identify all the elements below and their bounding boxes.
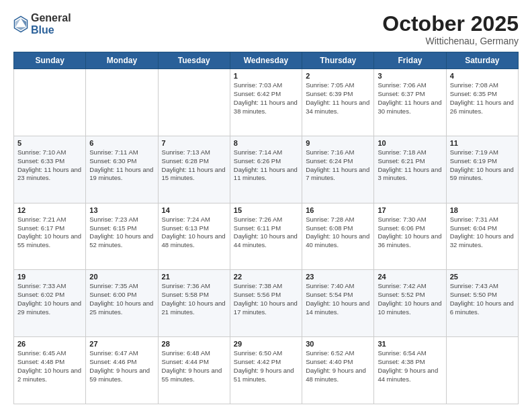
day-info: Sunrise: 7:38 AM Sunset: 5:56 PM Dayligh… xyxy=(234,282,298,316)
calendar-cell: 30Sunrise: 6:52 AM Sunset: 4:40 PM Dayli… xyxy=(302,337,374,404)
calendar-cell: 25Sunrise: 7:43 AM Sunset: 5:50 PM Dayli… xyxy=(446,270,518,337)
day-number: 30 xyxy=(306,340,370,348)
calendar-cell: 28Sunrise: 6:48 AM Sunset: 4:44 PM Dayli… xyxy=(158,337,230,404)
logo: General Blue xyxy=(13,12,71,36)
day-number: 16 xyxy=(306,206,370,214)
calendar-cell: 29Sunrise: 6:50 AM Sunset: 4:42 PM Dayli… xyxy=(230,337,302,404)
logo-text: General Blue xyxy=(31,12,71,36)
day-info: Sunrise: 7:18 AM Sunset: 6:21 PM Dayligh… xyxy=(378,148,442,183)
day-number: 17 xyxy=(378,206,442,214)
day-info: Sunrise: 7:06 AM Sunset: 6:37 PM Dayligh… xyxy=(378,81,442,116)
day-number: 1 xyxy=(234,72,298,80)
calendar-cell: 20Sunrise: 7:35 AM Sunset: 6:00 PM Dayli… xyxy=(86,270,158,337)
day-info: Sunrise: 6:48 AM Sunset: 4:44 PM Dayligh… xyxy=(162,349,226,383)
day-number: 24 xyxy=(378,273,442,281)
month-title: October 2025 xyxy=(382,12,519,36)
day-number: 4 xyxy=(450,72,515,80)
calendar-table: Sunday Monday Tuesday Wednesday Thursday… xyxy=(13,52,519,404)
calendar-week-4: 19Sunrise: 7:33 AM Sunset: 6:02 PM Dayli… xyxy=(14,270,519,337)
day-number: 2 xyxy=(306,72,370,80)
day-number: 26 xyxy=(17,340,82,348)
day-info: Sunrise: 7:21 AM Sunset: 6:17 PM Dayligh… xyxy=(17,216,82,250)
day-number: 27 xyxy=(89,340,154,348)
day-info: Sunrise: 7:31 AM Sunset: 6:04 PM Dayligh… xyxy=(450,216,515,250)
day-info: Sunrise: 7:05 AM Sunset: 6:39 PM Dayligh… xyxy=(306,81,370,116)
calendar-cell: 16Sunrise: 7:28 AM Sunset: 6:08 PM Dayli… xyxy=(302,203,374,270)
calendar-cell: 19Sunrise: 7:33 AM Sunset: 6:02 PM Dayli… xyxy=(14,270,86,337)
calendar-cell: 23Sunrise: 7:40 AM Sunset: 5:54 PM Dayli… xyxy=(302,270,374,337)
calendar-cell: 1Sunrise: 7:03 AM Sunset: 6:42 PM Daylig… xyxy=(230,69,302,136)
day-number: 18 xyxy=(450,206,515,214)
day-number: 15 xyxy=(234,206,298,214)
calendar-cell: 31Sunrise: 6:54 AM Sunset: 4:38 PM Dayli… xyxy=(374,337,446,404)
col-sunday: Sunday xyxy=(14,52,86,69)
col-wednesday: Wednesday xyxy=(230,52,302,69)
day-info: Sunrise: 7:26 AM Sunset: 6:11 PM Dayligh… xyxy=(234,216,298,250)
day-number: 3 xyxy=(378,72,442,80)
day-number: 20 xyxy=(89,273,154,281)
day-info: Sunrise: 7:10 AM Sunset: 6:33 PM Dayligh… xyxy=(17,148,82,183)
col-saturday: Saturday xyxy=(446,52,518,69)
header: General Blue October 2025 Wittichenau, G… xyxy=(13,12,519,46)
calendar-week-3: 12Sunrise: 7:21 AM Sunset: 6:17 PM Dayli… xyxy=(14,203,519,270)
col-friday: Friday xyxy=(374,52,446,69)
calendar-cell: 24Sunrise: 7:42 AM Sunset: 5:52 PM Dayli… xyxy=(374,270,446,337)
day-info: Sunrise: 7:11 AM Sunset: 6:30 PM Dayligh… xyxy=(89,148,154,183)
day-info: Sunrise: 7:03 AM Sunset: 6:42 PM Dayligh… xyxy=(234,81,298,116)
page: General Blue October 2025 Wittichenau, G… xyxy=(0,0,532,411)
day-number: 14 xyxy=(162,206,226,214)
day-info: Sunrise: 7:40 AM Sunset: 5:54 PM Dayligh… xyxy=(306,282,370,316)
calendar-header-row: Sunday Monday Tuesday Wednesday Thursday… xyxy=(14,52,519,69)
day-info: Sunrise: 7:16 AM Sunset: 6:24 PM Dayligh… xyxy=(306,148,370,183)
title-block: October 2025 Wittichenau, Germany xyxy=(382,12,519,46)
calendar-cell: 14Sunrise: 7:24 AM Sunset: 6:13 PM Dayli… xyxy=(158,203,230,270)
day-info: Sunrise: 7:13 AM Sunset: 6:28 PM Dayligh… xyxy=(162,148,226,183)
day-info: Sunrise: 7:36 AM Sunset: 5:58 PM Dayligh… xyxy=(162,282,226,316)
calendar-cell xyxy=(86,69,158,136)
calendar-cell: 26Sunrise: 6:45 AM Sunset: 4:48 PM Dayli… xyxy=(14,337,86,404)
day-number: 8 xyxy=(234,139,298,147)
day-number: 31 xyxy=(378,340,442,348)
day-info: Sunrise: 7:28 AM Sunset: 6:08 PM Dayligh… xyxy=(306,216,370,250)
calendar-cell: 9Sunrise: 7:16 AM Sunset: 6:24 PM Daylig… xyxy=(302,136,374,203)
calendar-cell: 6Sunrise: 7:11 AM Sunset: 6:30 PM Daylig… xyxy=(86,136,158,203)
day-info: Sunrise: 6:52 AM Sunset: 4:40 PM Dayligh… xyxy=(306,349,370,383)
day-info: Sunrise: 7:24 AM Sunset: 6:13 PM Dayligh… xyxy=(162,216,226,250)
calendar-cell: 7Sunrise: 7:13 AM Sunset: 6:28 PM Daylig… xyxy=(158,136,230,203)
calendar-cell: 11Sunrise: 7:19 AM Sunset: 6:19 PM Dayli… xyxy=(446,136,518,203)
day-info: Sunrise: 7:08 AM Sunset: 6:35 PM Dayligh… xyxy=(450,81,515,116)
day-info: Sunrise: 7:30 AM Sunset: 6:06 PM Dayligh… xyxy=(378,216,442,250)
day-info: Sunrise: 7:19 AM Sunset: 6:19 PM Dayligh… xyxy=(450,148,515,183)
calendar-cell xyxy=(14,69,86,136)
day-number: 23 xyxy=(306,273,370,281)
calendar-week-2: 5Sunrise: 7:10 AM Sunset: 6:33 PM Daylig… xyxy=(14,136,519,203)
day-number: 22 xyxy=(234,273,298,281)
day-info: Sunrise: 7:43 AM Sunset: 5:50 PM Dayligh… xyxy=(450,282,515,316)
calendar-cell: 18Sunrise: 7:31 AM Sunset: 6:04 PM Dayli… xyxy=(446,203,518,270)
col-monday: Monday xyxy=(86,52,158,69)
logo-icon xyxy=(13,15,28,34)
col-tuesday: Tuesday xyxy=(158,52,230,69)
calendar-cell: 2Sunrise: 7:05 AM Sunset: 6:39 PM Daylig… xyxy=(302,69,374,136)
day-info: Sunrise: 7:42 AM Sunset: 5:52 PM Dayligh… xyxy=(378,282,442,316)
day-number: 13 xyxy=(89,206,154,214)
day-number: 25 xyxy=(450,273,515,281)
day-info: Sunrise: 6:47 AM Sunset: 4:46 PM Dayligh… xyxy=(89,349,154,383)
calendar-cell: 22Sunrise: 7:38 AM Sunset: 5:56 PM Dayli… xyxy=(230,270,302,337)
calendar-cell: 3Sunrise: 7:06 AM Sunset: 6:37 PM Daylig… xyxy=(374,69,446,136)
logo-general-text: General xyxy=(31,12,71,24)
calendar-cell: 10Sunrise: 7:18 AM Sunset: 6:21 PM Dayli… xyxy=(374,136,446,203)
day-number: 6 xyxy=(89,139,154,147)
day-number: 7 xyxy=(162,139,226,147)
day-number: 12 xyxy=(17,206,82,214)
day-number: 19 xyxy=(17,273,82,281)
day-info: Sunrise: 6:54 AM Sunset: 4:38 PM Dayligh… xyxy=(378,349,442,383)
calendar-cell: 8Sunrise: 7:14 AM Sunset: 6:26 PM Daylig… xyxy=(230,136,302,203)
day-info: Sunrise: 6:50 AM Sunset: 4:42 PM Dayligh… xyxy=(234,349,298,383)
day-number: 28 xyxy=(162,340,226,348)
day-info: Sunrise: 6:45 AM Sunset: 4:48 PM Dayligh… xyxy=(17,349,82,383)
calendar-cell: 15Sunrise: 7:26 AM Sunset: 6:11 PM Dayli… xyxy=(230,203,302,270)
calendar-cell: 4Sunrise: 7:08 AM Sunset: 6:35 PM Daylig… xyxy=(446,69,518,136)
day-info: Sunrise: 7:35 AM Sunset: 6:00 PM Dayligh… xyxy=(89,282,154,316)
logo-blue-text: Blue xyxy=(31,24,71,36)
